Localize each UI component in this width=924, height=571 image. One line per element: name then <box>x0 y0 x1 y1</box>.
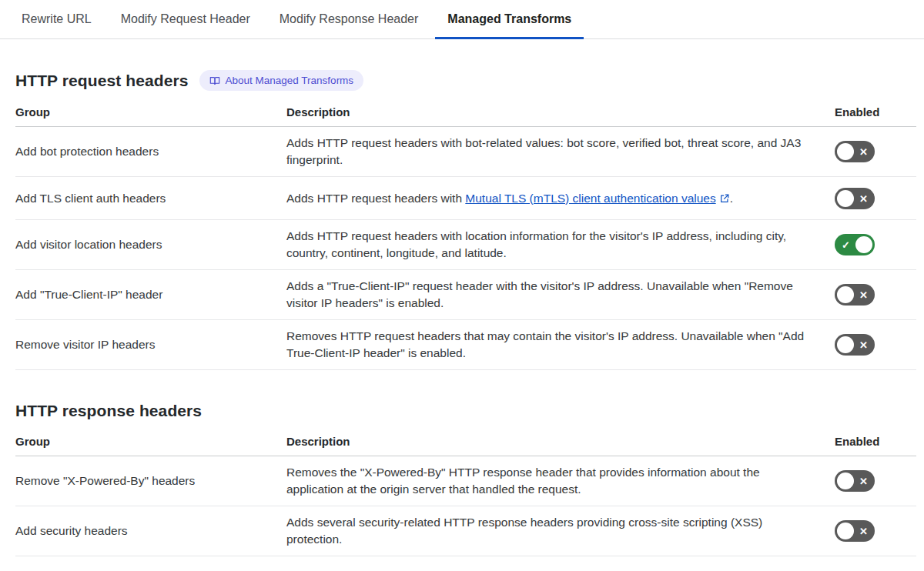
open-book-icon <box>209 75 220 86</box>
mtls-docs-link[interactable]: Mutual TLS (mTLS) client authentication … <box>465 192 729 205</box>
response-headers-table: Group Description Enabled Remove "X-Powe… <box>15 430 916 556</box>
table-row: Add security headers Adds several securi… <box>15 506 916 556</box>
x-icon: ✕ <box>859 340 868 350</box>
toggle-knob <box>837 523 854 539</box>
x-icon: ✕ <box>859 147 868 157</box>
column-header-group: Group <box>15 430 286 456</box>
x-icon: ✕ <box>859 193 868 203</box>
group-cell: Add "True-Client-IP" header <box>15 270 286 320</box>
group-cell: Add TLS client auth headers <box>15 177 286 220</box>
group-cell: Remove "X-Powered-By" headers <box>15 456 286 506</box>
link-label: Mutual TLS (mTLS) client authentication … <box>465 192 715 205</box>
column-header-description: Description <box>286 101 835 127</box>
description-cell: Removes the "X-Powered-By" HTTP response… <box>286 456 835 506</box>
about-managed-transforms-link[interactable]: About Managed Transforms <box>199 70 364 91</box>
table-row: Add "True-Client-IP" header Adds a "True… <box>15 270 916 320</box>
table-row: Remove visitor IP headers Removes HTTP r… <box>15 320 916 370</box>
table-row: Remove "X-Powered-By" headers Removes th… <box>15 456 916 506</box>
table-row: Add visitor location headers Adds HTTP r… <box>15 220 916 270</box>
toggle-knob <box>837 472 854 489</box>
response-headers-title: HTTP response headers <box>15 402 202 420</box>
table-header-row: Group Description Enabled <box>15 430 916 456</box>
enabled-toggle[interactable]: ✓ ✕ <box>835 284 875 306</box>
toggle-knob <box>837 190 854 207</box>
tab-rewrite-url[interactable]: Rewrite URL <box>9 0 104 38</box>
x-icon: ✕ <box>859 526 868 536</box>
group-cell: Add security headers <box>15 506 286 556</box>
enabled-toggle[interactable]: ✓ ✕ <box>835 334 875 356</box>
description-text: Adds HTTP request headers with <box>286 192 465 205</box>
table-row: Add TLS client auth headers Adds HTTP re… <box>15 177 916 220</box>
request-headers-title: HTTP request headers <box>15 72 189 90</box>
column-header-enabled: Enabled <box>835 101 916 127</box>
x-icon: ✕ <box>859 476 868 486</box>
column-header-enabled: Enabled <box>835 430 916 456</box>
tab-modify-request-header[interactable]: Modify Request Header <box>109 0 263 38</box>
column-header-description: Description <box>286 430 835 456</box>
table-row: Add bot protection headers Adds HTTP req… <box>15 127 916 177</box>
x-icon: ✕ <box>859 290 868 300</box>
enabled-toggle[interactable]: ✓ ✕ <box>835 188 875 209</box>
description-cell: Removes HTTP request headers that may co… <box>286 320 835 370</box>
group-cell: Remove visitor IP headers <box>15 320 286 370</box>
transform-rules-tabbar: Rewrite URL Modify Request Header Modify… <box>0 0 924 39</box>
description-text: . <box>730 192 733 205</box>
description-cell: Adds HTTP request headers with bot-relat… <box>286 127 835 177</box>
external-link-icon <box>716 192 730 205</box>
managed-transforms-panel: HTTP request headers About Managed Trans… <box>0 39 924 556</box>
tab-managed-transforms[interactable]: Managed Transforms <box>435 0 584 38</box>
group-cell: Add visitor location headers <box>15 220 286 270</box>
about-managed-transforms-label: About Managed Transforms <box>226 75 354 86</box>
request-headers-table: Group Description Enabled Add bot protec… <box>15 101 916 370</box>
description-cell: Adds HTTP request headers with Mutual TL… <box>286 177 835 220</box>
description-cell: Adds a "True-Client-IP" request header w… <box>286 270 835 320</box>
toggle-knob <box>837 336 854 353</box>
description-cell: Adds several security-related HTTP respo… <box>286 506 835 556</box>
enabled-toggle[interactable]: ✓ ✕ <box>835 520 875 542</box>
toggle-knob <box>837 286 854 303</box>
request-headers-section-head: HTTP request headers About Managed Trans… <box>15 70 916 91</box>
column-header-group: Group <box>15 101 286 127</box>
toggle-knob <box>855 236 872 253</box>
tab-modify-response-header[interactable]: Modify Response Header <box>267 0 431 38</box>
group-cell: Add bot protection headers <box>15 127 286 177</box>
enabled-toggle[interactable]: ✓ ✕ <box>835 234 875 255</box>
toggle-knob <box>837 143 854 160</box>
description-cell: Adds HTTP request headers with location … <box>286 220 835 270</box>
enabled-toggle[interactable]: ✓ ✕ <box>835 141 875 162</box>
enabled-toggle[interactable]: ✓ ✕ <box>835 470 875 492</box>
check-icon: ✓ <box>842 240 850 250</box>
response-headers-section-head: HTTP response headers <box>15 402 916 420</box>
table-header-row: Group Description Enabled <box>15 101 916 127</box>
